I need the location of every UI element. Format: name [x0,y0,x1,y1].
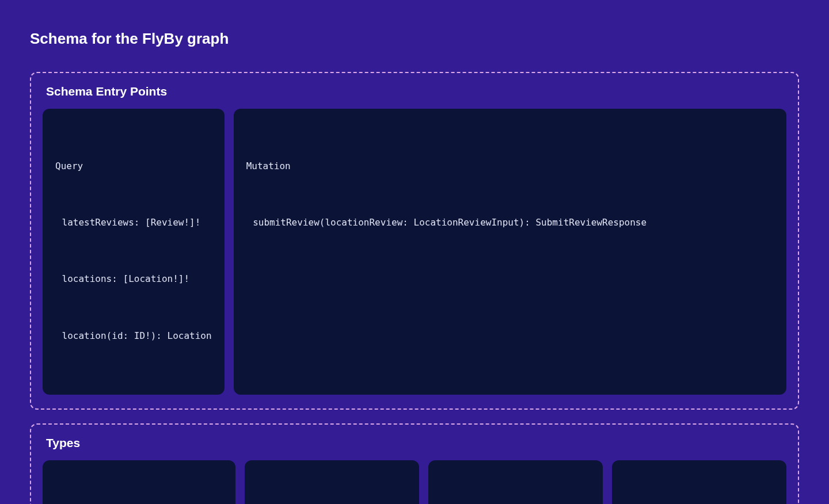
type-card-review: Review id: ID! comment: String rating: I… [245,460,419,504]
type-card-location-review-input: LocationReviewInput comment: String! rat… [428,460,603,504]
types-section: Types Location id: ID! name: String! des… [30,423,799,504]
query-type-name: Query [55,157,212,176]
query-field: location(id: ID!): Location [55,327,212,346]
entry-points-cards: Query latestReviews: [Review!]! location… [43,109,786,395]
entry-points-section: Schema Entry Points Query latestReviews:… [30,72,799,410]
mutation-type-card: Mutation submitReview(locationReview: Lo… [234,109,786,395]
types-label: Types [43,436,786,450]
entry-points-label: Schema Entry Points [43,85,786,98]
page-title: Schema for the FlyBy graph [30,30,799,48]
type-card-submit-review-response: SubmitReviewResponse code: Int! success:… [612,460,786,504]
mutation-type-name: Mutation [246,157,774,176]
types-cards: Location id: ID! name: String! descripti… [43,460,786,504]
query-field: locations: [Location!]! [55,270,212,289]
type-card-location: Location id: ID! name: String! descripti… [43,460,235,504]
query-type-card: Query latestReviews: [Review!]! location… [43,109,225,395]
mutation-field: submitReview(locationReview: LocationRev… [246,213,774,232]
query-field: latestReviews: [Review!]! [55,213,212,232]
